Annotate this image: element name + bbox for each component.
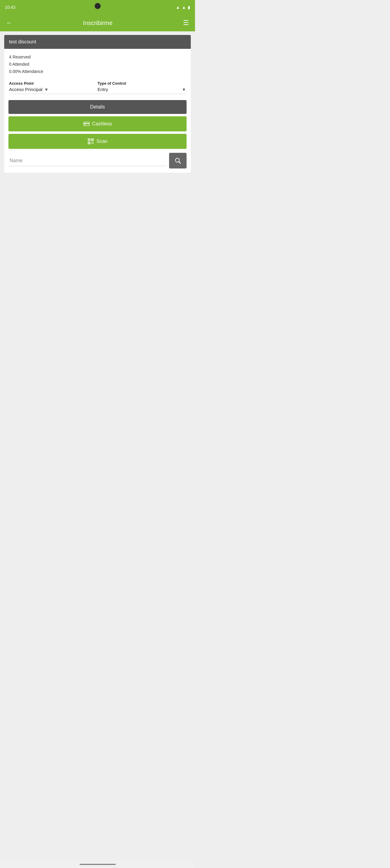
status-time: 10:43 xyxy=(5,5,16,10)
attended-stat: 0 Attended xyxy=(9,61,186,68)
status-icons: ▲ ▲ ▮ xyxy=(176,5,190,10)
battery-icon: ▮ xyxy=(188,5,190,10)
menu-icon: ☰ xyxy=(183,19,189,27)
access-section: Access Point Type of Control Acceso Prin… xyxy=(4,79,191,98)
svg-rect-1 xyxy=(84,123,89,124)
svg-rect-11 xyxy=(91,143,92,144)
signal-icon: ▲ xyxy=(182,5,186,10)
access-point-value: Acceso Principal xyxy=(9,87,42,92)
camera-notch xyxy=(95,3,101,9)
menu-button[interactable]: ☰ xyxy=(181,17,191,29)
app-bar: ← Inscribirme ☰ xyxy=(0,14,195,31)
attendance-stat: 0.00% Attendance xyxy=(9,68,186,75)
scan-button[interactable]: Scan xyxy=(8,134,186,149)
cashless-button[interactable]: Cashless xyxy=(8,116,186,131)
stats-section: 4 Reserved 0 Attended 0.00% Attendance xyxy=(4,49,191,79)
name-search-input[interactable] xyxy=(8,156,167,166)
svg-rect-6 xyxy=(92,139,93,141)
access-labels: Access Point Type of Control xyxy=(9,81,186,86)
reserved-stat: 4 Reserved xyxy=(9,54,186,61)
wifi-icon: ▲ xyxy=(176,5,180,10)
type-control-selector[interactable]: Entry ▼ xyxy=(98,87,186,92)
access-point-label: Access Point xyxy=(9,81,98,86)
svg-rect-9 xyxy=(91,142,92,143)
cashless-label: Cashless xyxy=(92,121,112,127)
status-bar: 10:43 ▲ ▲ ▮ xyxy=(0,0,195,14)
type-control-label: Type of Control xyxy=(98,81,186,86)
type-control-value: Entry xyxy=(98,87,108,92)
access-point-selector[interactable]: Acceso Principal ▼ xyxy=(9,87,98,92)
event-header: test discount xyxy=(4,35,191,49)
app-bar-title: Inscribirme xyxy=(15,20,181,27)
search-button[interactable] xyxy=(169,153,186,168)
svg-rect-10 xyxy=(92,142,94,143)
access-controls: Acceso Principal ▼ Entry ▼ xyxy=(9,87,186,94)
scan-label: Scan xyxy=(96,138,107,144)
svg-rect-8 xyxy=(89,143,90,144)
buttons-section: Details Cashless Scan xyxy=(4,98,191,150)
back-icon: ← xyxy=(6,19,13,27)
cashless-icon xyxy=(83,121,90,127)
type-control-dropdown-arrow: ▼ xyxy=(182,87,186,92)
access-point-dropdown-arrow: ▼ xyxy=(44,87,49,92)
details-button[interactable]: Details xyxy=(8,100,186,114)
svg-rect-4 xyxy=(89,139,90,141)
back-button[interactable]: ← xyxy=(4,17,15,29)
qr-scan-icon xyxy=(87,138,94,145)
svg-rect-2 xyxy=(84,124,86,125)
svg-line-14 xyxy=(179,162,181,164)
event-title: test discount xyxy=(9,39,36,44)
search-section xyxy=(4,150,191,173)
search-icon xyxy=(174,157,181,164)
content-card: test discount 4 Reserved 0 Attended 0.00… xyxy=(4,35,191,173)
svg-rect-12 xyxy=(93,143,94,144)
